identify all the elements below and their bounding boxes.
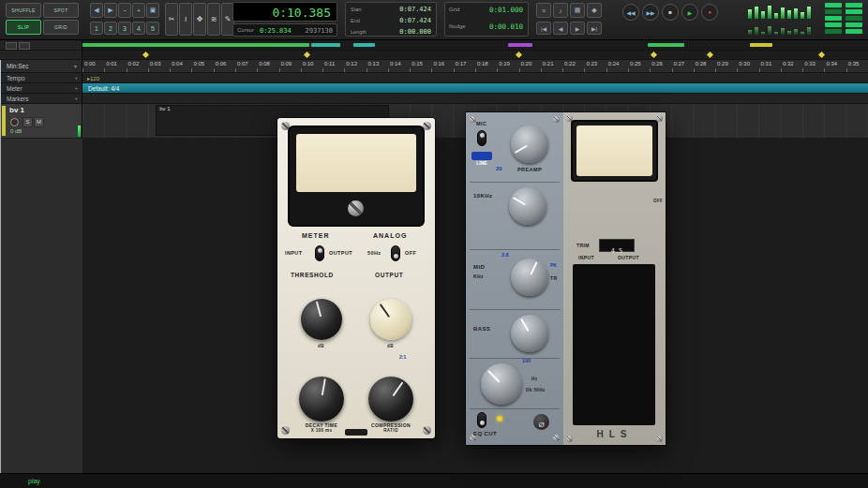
mode-button-grid[interactable]: GRID	[43, 20, 79, 35]
plus-icon[interactable]: +	[74, 75, 78, 81]
overview-segment[interactable]	[353, 43, 375, 47]
tempo-event[interactable]: ▸120	[87, 75, 99, 81]
track-name[interactable]: bv 1	[9, 106, 24, 114]
ruler-tick-label: 0:34	[826, 61, 837, 67]
output-knob[interactable]	[370, 299, 412, 340]
locate-button[interactable]: ▶|	[587, 22, 602, 35]
mic-line-switch[interactable]	[477, 130, 486, 146]
markers-rail-header[interactable]: Markers +	[0, 94, 82, 104]
hls-vu-meter	[576, 126, 652, 176]
plus-icon[interactable]: +	[74, 96, 78, 101]
locate-button[interactable]: |◀	[536, 22, 551, 35]
hf-boost-knob[interactable]	[509, 187, 546, 225]
rewind-button[interactable]: ◀◀	[622, 4, 639, 21]
field-value[interactable]: 0:07.424	[399, 6, 431, 13]
misc-button[interactable]: ♪	[553, 3, 568, 18]
eq-cut-switch[interactable]	[477, 412, 486, 428]
plugin-window-compressor[interactable]: METER ANALOG INPUT OUTPUT 50Hz OFF THRES…	[277, 118, 435, 438]
overview-segment[interactable]	[648, 43, 685, 47]
analog-power-switch[interactable]	[391, 245, 400, 261]
marker-icon[interactable]	[516, 52, 522, 58]
markers-strip[interactable]	[82, 51, 868, 60]
overview-segment[interactable]	[311, 43, 339, 47]
marker-icon[interactable]	[304, 52, 310, 58]
compression-ratio-knob[interactable]	[368, 377, 413, 421]
locate-button[interactable]: ▶	[570, 22, 585, 35]
analog-off-label: OFF	[405, 250, 416, 256]
ruler-unit-selector[interactable]: Min:Sec ▾	[0, 60, 82, 73]
zoom-button[interactable]: −	[118, 3, 131, 18]
plus-icon[interactable]: +	[74, 85, 78, 91]
field-value[interactable]: 0:00.000	[399, 28, 431, 36]
record-enable-button[interactable]	[10, 118, 19, 126]
timeline-overview-strip[interactable]	[82, 39, 868, 51]
marker-icon[interactable]	[707, 52, 713, 58]
marker-icon[interactable]	[142, 52, 148, 58]
meter-event[interactable]: Default: 4/4	[88, 85, 119, 92]
scrubber-tool[interactable]: ≋	[207, 3, 220, 36]
track-header-bv-1[interactable]: bv 1SM0 dB	[0, 104, 82, 139]
zoom-preset-button-2[interactable]: 2	[104, 22, 117, 35]
mute-button[interactable]: M	[34, 117, 44, 127]
misc-button[interactable]: ▦	[570, 3, 585, 18]
ruler-tick-label: 0:21	[543, 61, 554, 67]
mode-button-slip[interactable]: SLIP	[6, 20, 41, 35]
trim-display[interactable]: 4.5	[599, 239, 635, 252]
zoom-preset-button-5[interactable]: 5	[146, 22, 159, 35]
zoom-button[interactable]: ◀	[90, 3, 103, 18]
grid-value[interactable]: 0:01.000	[489, 6, 523, 14]
overview-segment[interactable]	[750, 43, 771, 47]
meter-bar	[787, 31, 791, 35]
timeline-ruler[interactable]: 0:000:010:020:030:040:050:060:070:080:09…	[82, 60, 868, 73]
field-value[interactable]: 0:07.424	[399, 17, 431, 24]
zoom-button[interactable]: ▶	[104, 3, 117, 18]
strip-mini-button[interactable]	[6, 42, 17, 50]
main-counter[interactable]: 0:10.385	[232, 2, 337, 22]
grabber-tool[interactable]: ✥	[193, 3, 206, 36]
phase-button[interactable]: Ø	[533, 414, 549, 430]
nudge-value[interactable]: 0:00.010	[489, 22, 523, 31]
preamp-knob[interactable]	[511, 126, 548, 163]
ruler-tick	[257, 68, 258, 72]
marker-icon[interactable]	[651, 52, 657, 58]
overview-segment[interactable]	[82, 43, 309, 47]
selector-tool[interactable]: I	[179, 3, 192, 36]
track-gain-value[interactable]: 0 dB	[10, 128, 22, 134]
stop-button[interactable]: ■	[662, 4, 679, 21]
zoom-preset-button-3[interactable]: 3	[118, 22, 131, 35]
zoom-button[interactable]: ▣	[146, 3, 159, 18]
overview-segment[interactable]	[508, 43, 532, 47]
zoom-preset-button-4[interactable]: 4	[132, 22, 145, 35]
zoom-button[interactable]: +	[132, 3, 145, 18]
tempo-rail-header[interactable]: Tempo +	[0, 73, 82, 83]
tempo-rail[interactable]: ▸120	[82, 73, 868, 83]
solo-button[interactable]: S	[22, 117, 33, 127]
meter-bar	[761, 32, 765, 35]
zoom-preset-button-1[interactable]: 1	[90, 22, 103, 35]
markers-rail[interactable]	[82, 94, 868, 104]
trim-tool[interactable]: ✂	[165, 3, 178, 36]
plugin-window-channel[interactable]: MIC LINE 20 PREAMP 10KHz MID KHz 2.8 PK …	[466, 112, 666, 445]
meter-rail-header[interactable]: Meter +	[0, 83, 82, 94]
decay-time-knob[interactable]	[299, 377, 344, 421]
play-button[interactable]: ▶	[681, 4, 698, 21]
strip-mini-button[interactable]	[19, 42, 30, 50]
ruler-tick	[344, 68, 345, 72]
ruler-tick	[322, 68, 323, 72]
threshold-knob[interactable]	[301, 299, 342, 340]
misc-button[interactable]: ◆	[587, 3, 602, 18]
misc-button[interactable]: ≡	[536, 3, 551, 18]
fast-forward-button[interactable]: ▶▶	[642, 4, 659, 21]
meter-input-output-switch[interactable]	[315, 245, 324, 261]
bass-boost-knob[interactable]	[511, 315, 548, 352]
markers-left-panel	[0, 51, 82, 60]
locate-button[interactable]: ◀	[553, 22, 568, 35]
mode-button-shuffle[interactable]: SHUFFLE	[6, 3, 41, 18]
mid-boost-knob[interactable]	[511, 259, 548, 296]
meter-rail[interactable]: Default: 4/4	[82, 83, 868, 94]
record-button[interactable]: ●	[701, 4, 718, 21]
playhead[interactable]	[0, 60, 1, 473]
mode-button-spot[interactable]: SPOT	[43, 3, 79, 18]
bass-freq-knob[interactable]	[481, 363, 522, 405]
marker-icon[interactable]	[818, 52, 825, 58]
